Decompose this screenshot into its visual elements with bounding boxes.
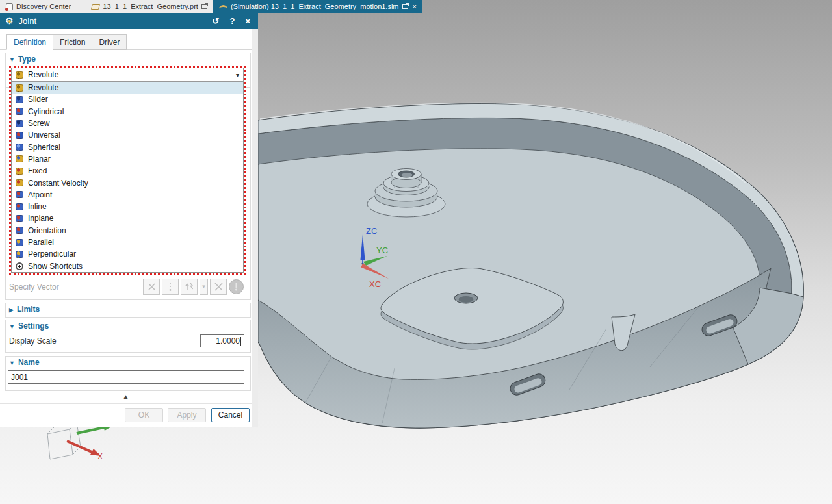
discovery-center-icon (6, 3, 13, 10)
dropdown-item-fixed[interactable]: Fixed (12, 165, 243, 177)
dropdown-item-label: Cylindrical (28, 107, 64, 116)
dropdown-item-screw[interactable]: Screw (12, 118, 243, 129)
vector-dialog-button[interactable] (143, 279, 160, 295)
tab-definition[interactable]: Definition (6, 34, 53, 50)
dropdown-item-label: Screw (28, 119, 49, 128)
vector-type-dropdown[interactable]: ▼ (200, 279, 208, 295)
inline-icon (16, 203, 23, 210)
dropdown-item-planar[interactable]: Planar (12, 153, 243, 165)
specify-vector-row: Specify Vector ▼ (0, 278, 252, 296)
constant-velocity-icon (16, 179, 23, 186)
dropdown-item-label: Orientation (28, 226, 66, 235)
tab-driver[interactable]: Driver (92, 34, 127, 50)
joint-dialog: ⚙ Joint ↺ ? × Definition Friction Driver… (0, 13, 258, 427)
detach-window-icon[interactable] (202, 4, 207, 9)
joint-type-combobox[interactable]: Revolute ▾ (11, 68, 244, 82)
vector-cross-icon (148, 283, 156, 291)
joint-dialog-titlebar[interactable]: ⚙ Joint ↺ ? × (0, 13, 258, 29)
joint-gear-icon: ⚙ (5, 16, 14, 25)
collapse-triangle-icon: ▼ (9, 323, 15, 330)
simulation-file-icon (219, 5, 228, 10)
limits-section-header[interactable]: ▶Limits (9, 305, 40, 314)
tab-discovery-center[interactable]: Discovery Center (0, 0, 77, 13)
dropdown-item-revolute[interactable]: Revolute (12, 82, 243, 94)
dropdown-item-label: Show Shortcuts (28, 262, 83, 271)
cancel-button[interactable]: Cancel (211, 408, 250, 422)
dialog-close-button[interactable]: × (242, 16, 253, 26)
dropdown-item-show-shortcuts[interactable]: Show Shortcuts (12, 260, 243, 271)
slider-icon (16, 96, 23, 103)
reverse-vector-button[interactable] (210, 279, 227, 295)
dropdown-item-cylindrical[interactable]: Cylindrical (12, 106, 243, 118)
name-section-header[interactable]: ▼Name (9, 358, 40, 367)
application-window: ZC YC XC X Discovery Center 13_1_1_Ex (0, 0, 832, 504)
screw-icon (16, 120, 23, 127)
tab-label: 13_1_1_Extract_Geometry.prt (103, 3, 198, 10)
dialog-collapse-button[interactable]: ▲ (0, 392, 252, 401)
vector-lightning-icon (185, 282, 194, 292)
specify-vector-label: Specify Vector (9, 283, 59, 292)
perpendicular-icon (16, 251, 23, 258)
window-tab-bar: Discovery Center 13_1_1_Extract_Geometry… (0, 0, 422, 13)
menu-options-button[interactable] (229, 279, 244, 294)
display-scale-label: Display Scale (9, 336, 57, 346)
dialog-reset-button[interactable]: ↺ (210, 16, 222, 26)
dropdown-item-label: Inline (28, 202, 47, 211)
close-tab-icon[interactable]: × (413, 3, 417, 10)
vector-type-button[interactable] (181, 279, 198, 295)
universal-icon (16, 132, 23, 139)
collapse-triangle-icon: ▼ (9, 360, 15, 366)
expand-triangle-icon: ▶ (9, 307, 14, 313)
dropdown-item-universal[interactable]: Universal (12, 129, 243, 141)
dropdown-item-label: Parallel (28, 238, 54, 247)
inferred-vector-icon (166, 283, 175, 291)
wcs-z-label: ZC (366, 226, 377, 236)
limits-groupbox (5, 303, 251, 318)
tab-friction[interactable]: Friction (53, 34, 92, 50)
planar-icon (16, 155, 23, 162)
dropdown-item-inline[interactable]: Inline (12, 201, 243, 212)
text-caret (240, 337, 241, 346)
detach-window-icon[interactable] (402, 4, 408, 9)
dropdown-item-parallel[interactable]: Parallel (12, 236, 243, 248)
dropdown-item-label: Constant Velocity (28, 179, 88, 188)
ok-button[interactable]: OK (125, 408, 163, 422)
joint-type-value: Revolute (28, 70, 58, 79)
dialog-tab-strip: Definition Friction Driver (6, 34, 127, 50)
reverse-cross-icon (214, 282, 224, 292)
type-section-header[interactable]: ▼Type (9, 55, 36, 64)
display-scale-input[interactable]: 1.0000 (200, 334, 244, 347)
dropdown-item-label: Atpoint (28, 190, 52, 199)
wcs-y-label: YC (376, 246, 388, 255)
dropdown-item-perpendicular[interactable]: Perpendicular (12, 248, 243, 260)
dropdown-item-atpoint[interactable]: Atpoint (12, 189, 243, 201)
parallel-icon (16, 239, 23, 246)
tab-part-file[interactable]: 13_1_1_Extract_Geometry.prt (86, 0, 213, 13)
tab-label: (Simulation) 13_1_1_Extract_Geometry_mot… (231, 3, 399, 10)
inferred-vector-button[interactable] (162, 279, 179, 295)
cylindrical-icon (16, 108, 23, 115)
tab-simulation-file[interactable]: (Simulation) 13_1_1_Extract_Geometry_mot… (213, 0, 422, 13)
dropdown-item-inplane[interactable]: Inplane (12, 212, 243, 224)
dropdown-item-label: Universal (28, 131, 60, 140)
dialog-help-button[interactable]: ? (227, 16, 237, 26)
settings-section-header[interactable]: ▼Settings (9, 321, 49, 331)
part-file-icon (91, 4, 100, 10)
dialog-title: Joint (19, 16, 205, 26)
revolute-icon (16, 71, 23, 79)
dropdown-item-spherical[interactable]: Spherical (12, 141, 243, 153)
annotation-highlight-box: Revolute ▾ RevoluteSliderCylindricalScre… (9, 66, 246, 275)
dropdown-item-label: Planar (28, 155, 51, 164)
info-icon (233, 283, 239, 291)
tab-label: Discovery Center (16, 3, 71, 10)
collapse-triangle-icon: ▼ (9, 57, 15, 63)
joint-name-input[interactable]: J001 (8, 370, 244, 384)
dropdown-item-label: Perpendicular (28, 249, 76, 258)
dropdown-item-slider[interactable]: Slider (12, 94, 243, 105)
orientation-icon (16, 227, 23, 234)
apply-button[interactable]: Apply (168, 408, 206, 422)
dropdown-item-label: Inplane (28, 214, 53, 223)
dropdown-item-orientation[interactable]: Orientation (12, 225, 243, 236)
dropdown-item-constant-velocity[interactable]: Constant Velocity (12, 177, 243, 188)
dropdown-item-label: Spherical (28, 143, 60, 152)
